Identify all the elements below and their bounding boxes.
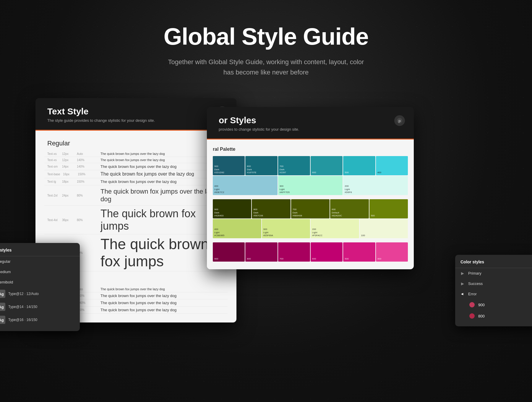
table-row: Text-sm14px140% The quick brown fox jump… <box>44 163 228 170</box>
swatch-teal-600: 600 <box>311 156 343 175</box>
cards-scene: Text Style The style guide provides to c… <box>0 98 532 323</box>
panel-item-label: Medium <box>0 270 11 274</box>
sub-item-label: Type@14 · 14/150 <box>8 305 37 309</box>
chevron-right-icon: ▶ <box>460 282 465 286</box>
swatch-olive-900: 900Dark#426403 <box>213 199 251 218</box>
color-style-card-wrapper: or Styles provides to change stylistic f… <box>207 107 414 269</box>
panel-item-label: Success <box>468 281 483 286</box>
row-content: The quick brown fox jumps over the lazy … <box>100 164 225 169</box>
error-800-label: 800 <box>478 314 485 318</box>
palette-title: ral Palette <box>213 147 408 152</box>
color-style-card: or Styles provides to change stylistic f… <box>207 107 414 269</box>
row-content: The quick brown fox jumps over the lazy … <box>100 188 225 203</box>
panel-item-success[interactable]: ▶ Success <box>455 278 532 289</box>
sub-item-type16[interactable]: Ag Type@16 · 16/150 <box>0 313 80 326</box>
sub-item-type14[interactable]: Ag Type@14 · 14/150 <box>0 300 80 313</box>
swatch-teal-400b: 400 <box>376 156 408 175</box>
swatch-olive-700: 700Dark#6B9408 <box>291 199 330 218</box>
table-row: Text-4xl36px80% The quick brown fox jump… <box>44 206 228 234</box>
header: Global Style Guide Together with Global … <box>0 0 532 89</box>
swatch-olive-300: 300Light#E5F69A <box>262 219 310 238</box>
swatch-olive-100: 100 <box>360 219 408 238</box>
panel-item-error[interactable]: ▼ Error <box>455 289 532 299</box>
swatch-teal-800: 800Dark#18707E <box>245 156 277 175</box>
sub-item-type12[interactable]: Ag Type@12 · 12/Auto <box>0 287 80 300</box>
regular-section-title: Regular <box>44 140 228 147</box>
panel-item-label: Primary <box>468 271 481 275</box>
table-row: Text-xs12px140% The quick brown fox jump… <box>44 157 228 163</box>
swatch-pink-600: 600 <box>311 242 343 262</box>
color-style-card-header: or Styles provides to change stylistic f… <box>207 107 414 140</box>
panel-item-primary[interactable]: ▶ Primary <box>455 268 532 278</box>
row-meta: Text-xs12pxAuto <box>47 152 95 155</box>
error-900-label: 900 <box>478 303 485 307</box>
text-styles-panel-inner: Text styles ▶ Regular ▶ Medium ▼ Semibol… <box>0 243 80 331</box>
panel-item-label: Regular <box>0 259 11 264</box>
swatch-teal-700: 700Dark#2397 <box>278 156 310 175</box>
row-content: The quick brown fox jumps over the lazy … <box>100 308 225 312</box>
row-meta: Text-2xl24px80% <box>47 194 95 197</box>
row-meta: Text-xs12px140% <box>47 158 95 162</box>
error-800-dot <box>469 313 475 319</box>
error-800-item[interactable]: 800 <box>455 310 532 322</box>
table-row: Text-lg18px150% The quick brown fox jump… <box>44 178 228 185</box>
swatch-teal-400: 400Light#83E7C2 <box>213 176 278 195</box>
swatch-pink-400: 400 <box>376 242 408 262</box>
row-content: The quick brown fox jumps over the lazy … <box>100 294 225 298</box>
panel-item-label: Semibold <box>0 280 13 284</box>
sub-item-label: Type@12 · 12/Auto <box>8 292 39 296</box>
teal-dark-row: 900Dark#2D1D92 800Dark#18707E 700Dark#23… <box>213 156 408 175</box>
error-900-dot <box>469 302 475 307</box>
row-content: The quick brown fox jumps over the lazy … <box>100 152 225 155</box>
swatch-teal-500: 500 <box>343 156 375 175</box>
table-row: Text-xs12pxAuto The quick brown fox jump… <box>44 151 228 157</box>
color-style-title: or Styles <box>219 115 402 125</box>
swatch-teal-200: 200Light#D6F8 <box>343 176 408 195</box>
text-style-card-header: Text Style The style guide provides to c… <box>35 98 236 131</box>
panel-item-medium[interactable]: ▶ Medium <box>0 267 80 277</box>
panel-item-semibold[interactable]: ▼ Semibold <box>0 277 80 287</box>
panel-item-regular[interactable]: ▶ Regular <box>0 256 80 267</box>
pink-row: 900 800 700 600 500 400 <box>213 242 408 262</box>
color-card-body: ral Palette 900Dark#2D1D92 800Dark#18707… <box>207 140 414 269</box>
chevron-right-icon: ▶ <box>460 271 465 275</box>
swatch-olive-400: 400Light#CBE665 <box>213 219 261 238</box>
text-style-title: Text Style <box>47 106 225 116</box>
error-900-item[interactable]: 900 <box>455 299 532 310</box>
type-sample: Ag <box>0 303 5 311</box>
type-sample: Ag <box>0 316 5 324</box>
text-styles-panel-title: Text styles <box>0 248 80 256</box>
color-styles-panel-inner: Color styles ▶ Primary ▶ Success ▼ Error… <box>455 255 532 326</box>
row-meta: Text-base16px150% <box>47 173 95 176</box>
swatch-olive-600: 600Default#82AD0C <box>330 199 369 218</box>
swatch-pink-700: 700 <box>278 242 310 262</box>
sub-item-label: Type@16 · 16/150 <box>8 318 37 322</box>
teal-light-row: 400Light#83E7C2 300Light#AFF7D5 200Light… <box>213 176 408 195</box>
swatch-olive-500: 500 <box>369 199 408 218</box>
row-meta: Text-sm14px140% <box>47 165 95 168</box>
olive-light-row: 400Light#CBE665 300Light#E5F69A 200Light… <box>213 219 408 238</box>
row-content: The quick brown fox jumps over the lazy … <box>100 301 225 305</box>
olive-dark-row: 900Dark#426403 800Dark#567C06 700Dark#6B… <box>213 199 408 218</box>
type-sample: Ag <box>0 290 5 298</box>
swatch-teal-900: 900Dark#2D1D92 <box>213 156 245 175</box>
swatch-pink-800: 800 <box>245 242 277 262</box>
page-subtitle: Together with Global Style Guide, workin… <box>0 57 532 77</box>
text-style-subtitle: The style guide provides to change styli… <box>47 118 225 123</box>
swatch-pink-500: 500 <box>343 242 375 262</box>
row-content: The quick brown fox jumps over the lazy … <box>100 179 225 184</box>
row-content: The quick brown fox jumps over the lazy … <box>100 287 225 291</box>
row-meta: Text-lg18px150% <box>47 180 95 183</box>
swatch-teal-300: 300Light#AFF7D5 <box>278 176 343 195</box>
row-meta: Text-4xl36px80% <box>47 218 95 222</box>
svg-text:p: p <box>398 119 401 123</box>
table-row: Text-2xl24px80% The quick brown fox jump… <box>44 185 228 206</box>
page-title: Global Style Guide <box>0 24 532 50</box>
color-style-subtitle: provides to change stylistic for your de… <box>219 127 402 132</box>
table-row: Text-base16px150% The quick brown fox ju… <box>44 170 228 178</box>
row-content: The quick brown fox jumps <box>100 208 225 232</box>
swatch-olive-200: 200Light#F3FACC <box>311 219 359 238</box>
row-content: The quick brown fox jumps over the lazy … <box>100 158 225 162</box>
row-content: The quick brown fox jumps over the lazy … <box>100 171 225 177</box>
panel-item-label: Error <box>468 292 477 296</box>
